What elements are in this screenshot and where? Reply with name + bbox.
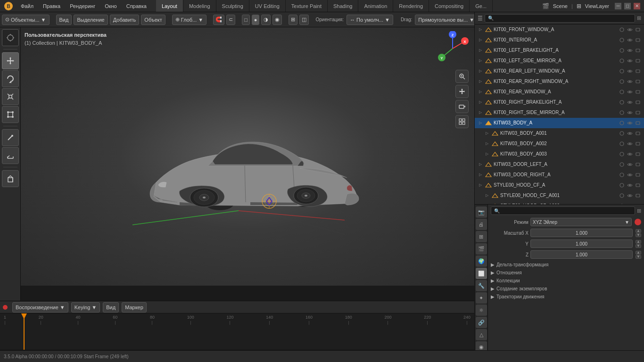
outliner-item-viewport[interactable] (627, 140, 633, 147)
scale-x-up[interactable]: ▲ (636, 229, 641, 233)
nav-pan-btn[interactable] (455, 85, 469, 98)
outliner-item[interactable]: ▷ KIT00_REAR_LEFT_WINDOW_A (475, 66, 644, 76)
outliner-item[interactable]: ▷ KIT00_FRONT_WINDOW_A (475, 25, 644, 35)
material-btn[interactable]: ◑ (261, 15, 271, 25)
select-menu[interactable]: Выделение (74, 15, 107, 25)
tab-layout[interactable]: Layout (156, 0, 183, 12)
tab-compositing[interactable]: Compositing (429, 0, 470, 12)
outliner-item-render[interactable] (635, 130, 641, 137)
outliner-item[interactable]: ▷ KIT00_REAR_RIGHT_WINDOW_A (475, 76, 644, 87)
minimize-button[interactable]: ─ (615, 3, 621, 9)
outliner-item[interactable]: ▷ STYLE00_HOOD_CF_A002 (475, 201, 644, 204)
props-tab-render[interactable]: 📷 (476, 206, 487, 218)
drag-selector[interactable]: Прямоугольное вы... ▼ (415, 15, 474, 25)
outliner-item[interactable]: ▷ KIT00_REAR_WINDOW_A (475, 87, 644, 97)
outliner-item-visibility[interactable] (619, 26, 625, 33)
add-cube-tool[interactable] (2, 170, 19, 187)
outliner-item-render[interactable] (635, 47, 641, 54)
outliner-item-visibility[interactable] (619, 120, 625, 126)
menu-window[interactable]: Окно (101, 2, 121, 10)
playback-menu[interactable]: Воспроизведение ▼ (12, 302, 68, 313)
mode-select[interactable]: XYZ Эйлер ▼ (530, 218, 632, 226)
tab-modeling[interactable]: Modeling (183, 0, 216, 12)
outliner-item-render[interactable] (635, 151, 641, 157)
outliner-item-viewport[interactable] (627, 120, 633, 126)
scene-name[interactable]: Scene (553, 3, 568, 9)
viewport-gizmo[interactable]: Z X Y (435, 31, 471, 66)
relations-section[interactable]: ▶ Отношения (491, 268, 641, 276)
timeline-view-menu[interactable]: Вид (103, 302, 119, 313)
tab-shading[interactable]: Shading (328, 0, 358, 12)
snap-btn[interactable]: 🧲 (213, 15, 224, 25)
motion-paths-section[interactable]: ▶ Траектории движения (491, 292, 641, 300)
object-menu[interactable]: Объект (141, 15, 165, 25)
tab-geometry[interactable]: Ge... (470, 0, 493, 12)
outliner-item-render[interactable] (635, 172, 641, 178)
mode-selector[interactable]: ⊙ Объектны... ▼ (2, 15, 50, 25)
xray-btn[interactable]: ◫ (299, 15, 309, 25)
outliner-item-visibility[interactable] (619, 140, 625, 147)
outliner-item-viewport[interactable] (627, 151, 633, 157)
outliner-filter-icon[interactable]: ⊞ (637, 15, 641, 21)
outliner-item-viewport[interactable] (627, 130, 633, 137)
scale-y-value[interactable]: 1.000 (530, 239, 633, 248)
solid-btn[interactable]: ● (252, 15, 260, 25)
outliner-item-render[interactable] (635, 140, 641, 147)
outliner-item-render[interactable] (635, 203, 641, 205)
outliner-item-render[interactable] (635, 192, 641, 199)
outliner-item[interactable]: ▷ KITW03_DOOR_RIGHT_A (475, 170, 644, 180)
outliner-item-render[interactable] (635, 182, 641, 189)
outliner-item-viewport[interactable] (627, 89, 633, 95)
outliner-item-visibility[interactable] (619, 68, 625, 74)
props-tab-constraints[interactable]: 🔗 (476, 317, 487, 328)
outliner-item-render[interactable] (635, 99, 641, 106)
view-menu[interactable]: Вид (56, 15, 72, 25)
viewport-canvas[interactable]: Пользовательская перспектива (1) Collect… (21, 27, 474, 286)
outliner-item-viewport[interactable] (627, 192, 633, 199)
move-tool[interactable] (2, 52, 19, 69)
scale-z-up[interactable]: ▲ (636, 251, 641, 255)
outliner-item[interactable]: ▷ KIT00_LEFT_BRAKELIGHT_A (475, 45, 644, 56)
add-menu[interactable]: Добавить (110, 15, 140, 25)
outliner-item-viewport[interactable] (627, 26, 633, 33)
outliner-item-render[interactable] (635, 109, 641, 116)
props-tab-output[interactable]: 🖨 (476, 219, 487, 230)
outliner-item-visibility[interactable] (619, 161, 625, 168)
outliner-item-viewport[interactable] (627, 203, 633, 205)
scale-tool[interactable] (2, 88, 19, 105)
outliner-item-visibility[interactable] (619, 78, 625, 85)
proportional-btn[interactable]: ⊂ (226, 15, 235, 25)
rotate-tool[interactable] (2, 70, 19, 87)
measure-tool[interactable] (2, 147, 19, 164)
outliner-item[interactable]: ▷ KITW03_DOOR_LEFT_A (475, 159, 644, 170)
outliner-item-viewport[interactable] (627, 99, 633, 106)
scale-y-up[interactable]: ▲ (636, 240, 641, 244)
tab-animation[interactable]: Animation (358, 0, 393, 12)
outliner-item-viewport[interactable] (627, 47, 633, 54)
outliner-item-viewport[interactable] (627, 182, 633, 189)
orientation-selector[interactable]: ↔ По умолч... ▼ (347, 15, 393, 25)
scale-x-down[interactable]: ▼ (636, 233, 641, 237)
outliner-item-visibility[interactable] (619, 182, 625, 189)
outliner-item-viewport[interactable] (627, 172, 633, 178)
tab-uv-editing[interactable]: UV Editing (249, 0, 286, 12)
outliner-item-render[interactable] (635, 37, 641, 43)
keying-menu[interactable]: Keying ▼ (71, 302, 100, 313)
nav-zoom-btn[interactable] (455, 70, 469, 83)
outliner-item-viewport[interactable] (627, 109, 633, 116)
tab-sculpting[interactable]: Sculpting (216, 0, 249, 12)
nav-camera-btn[interactable] (455, 100, 469, 113)
outliner-item-viewport[interactable] (627, 58, 633, 64)
outliner-item[interactable]: ▷ STYLE00_HOOD_CF_A001 (475, 190, 644, 201)
outliner-item[interactable]: ▷ KITW03_BODY_A001 (475, 128, 644, 139)
outliner-item-visibility[interactable] (619, 203, 625, 205)
outliner-item[interactable]: ▷ STYLE00_HOOD_CF_A (475, 180, 644, 190)
outliner-item[interactable]: ▷ KITW03_BODY_A002 (475, 139, 644, 149)
menu-edit[interactable]: Правка (39, 2, 64, 10)
menu-render[interactable]: Рендеринг (66, 2, 99, 10)
props-tab-data[interactable]: △ (476, 329, 487, 340)
scale-z-down[interactable]: ▼ (636, 255, 641, 259)
close-button[interactable]: ✕ (634, 3, 640, 9)
outliner-item-render[interactable] (635, 161, 641, 168)
props-tab-object[interactable]: ⬜ (476, 268, 487, 279)
